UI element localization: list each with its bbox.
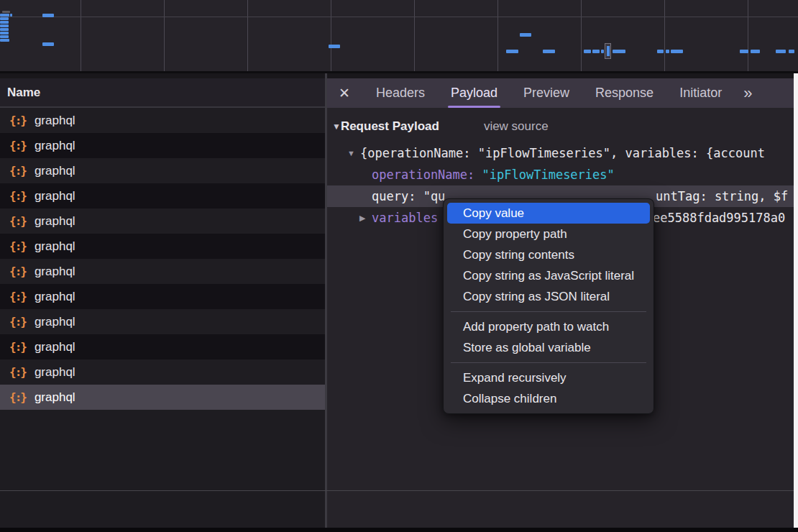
menu-item-copy-property-path[interactable]: Copy property path [447,224,650,244]
request-row[interactable]: {:}graphql [0,309,325,334]
request-row[interactable]: {:}graphql [0,108,325,133]
payload-root-row[interactable]: ▼ {operationName: "ipFlowTimeseries", va… [327,142,794,164]
request-row[interactable]: {:}graphql [0,158,325,183]
json-icon: {:} [9,164,26,178]
request-name-label: graphql [35,290,75,304]
request-row[interactable]: {:}graphql [0,259,325,284]
menu-separator [451,311,646,312]
overview-gridline [664,0,665,71]
property-key: operationName: [372,168,474,182]
request-row[interactable]: {:}graphql [0,133,325,158]
overview-request-bar [543,50,555,53]
menu-item-expand-recursively[interactable]: Expand recursively [447,367,650,388]
json-icon: {:} [9,340,26,354]
request-row[interactable]: {:}graphql [0,234,325,259]
overview-request-bar [666,50,669,53]
payload-root-preview: {operationName: "ipFlowTimeseries", vari… [327,146,765,160]
variables-right-fragment: ee5588fdad995178a0 [653,211,785,225]
overview-request-bar [0,14,9,17]
overview-request-bar [740,50,748,53]
menu-item-store-as-global-variable[interactable]: Store as global variable [447,337,650,358]
payload-row-operationName[interactable]: operationName: "ipFlowTimeseries" [327,164,794,185]
overview-request-bar [0,24,9,27]
overview-request-bar [0,32,9,35]
overview-gridline [331,0,331,71]
json-icon: {:} [9,239,26,253]
overview-gridline [748,0,748,71]
request-row[interactable]: {:}graphql [0,385,325,410]
overview-request-bar [10,14,12,17]
request-name-label: graphql [35,114,75,128]
tab-initiator[interactable]: Initiator [679,78,722,108]
overview-request-bar [0,28,9,31]
overview-gridline [0,17,798,17]
query-right-fragment: untTag: string, $f [656,189,788,203]
overview-request-bar [751,50,760,53]
overview-selected-marker-fill [607,46,610,56]
query-left-fragment: query: "qu [372,189,445,203]
devtools-network-panel: Name {:}graphql{:}graphql{:}graphql{:}gr… [0,0,798,532]
overview-request-bar [0,39,9,42]
menu-item-copy-string-as-json-literal[interactable]: Copy string as JSON literal [447,286,650,307]
request-row[interactable]: {:}graphql [0,284,325,309]
json-icon: {:} [9,214,26,228]
menu-item-copy-string-contents[interactable]: Copy string contents [447,244,650,265]
request-name-label: graphql [35,189,75,203]
disclosure-triangle-icon[interactable]: ▼ [332,121,341,132]
request-payload-section-header[interactable]: ▼Request Payload view source [327,116,794,137]
request-name-label: graphql [35,214,75,229]
request-name-label: graphql [35,390,75,405]
overview-gridline [81,0,81,71]
request-row[interactable]: {:}graphql [0,208,325,234]
overview-request-bar [789,50,794,53]
property-key: variables [327,211,438,225]
name-column-header[interactable]: Name [0,73,325,108]
overview-selected-marker [605,43,611,59]
request-name-label: graphql [35,164,75,178]
json-icon: {:} [9,365,26,379]
overview-request-bar [0,17,9,20]
request-payload-title: Request Payload [341,119,439,134]
more-tabs-icon[interactable]: » [743,78,751,108]
json-icon: {:} [9,390,26,404]
request-name-label: graphql [35,239,75,254]
tab-payload[interactable]: Payload [451,78,497,108]
request-row[interactable]: {:}graphql [0,359,325,385]
overview-gridline [497,0,498,71]
close-icon[interactable]: ✕ [339,78,350,108]
json-icon: {:} [9,265,26,278]
menu-item-copy-value[interactable]: Copy value [447,203,650,224]
menu-item-add-property-path-to-watch[interactable]: Add property path to watch [447,316,650,337]
overview-gridline [414,0,415,71]
request-row[interactable]: {:}graphql [0,334,325,359]
overview-request-bar [506,50,518,53]
view-source-link[interactable]: view source [484,119,549,134]
request-name-label: graphql [35,265,75,279]
tabs-host: HeadersPayloadPreviewResponseInitiator [376,78,722,108]
tab-headers[interactable]: Headers [376,78,425,108]
network-overview-timeline[interactable] [0,0,798,73]
overview-request-bar [613,50,625,53]
overview-request-bar [329,45,340,48]
tab-preview[interactable]: Preview [523,78,569,108]
menu-item-copy-string-as-javascript-literal[interactable]: Copy string as JavaScript literal [447,265,650,286]
overview-request-bar [520,33,531,37]
json-icon: {:} [9,290,26,303]
collapsed-triangle-icon[interactable]: ▶ [359,214,365,223]
overview-request-bar [671,50,683,53]
menu-item-collapse-children[interactable]: Collapse children [447,388,650,409]
overview-request-bar [0,35,9,38]
request-name-label: graphql [35,315,75,329]
overview-gridline [164,0,165,71]
overview-gridline [581,0,582,71]
footer-area [0,491,798,528]
overview-request-bar [657,50,664,53]
bottom-edge-strip [0,528,798,532]
details-tab-bar: ✕ HeadersPayloadPreviewResponseInitiator… [327,73,794,108]
expanded-triangle-icon[interactable]: ▼ [347,149,355,157]
json-icon: {:} [9,315,26,329]
tab-response[interactable]: Response [595,78,653,108]
overview-request-bar [0,21,9,24]
overview-gray-bar [2,11,10,13]
request-row[interactable]: {:}graphql [0,183,325,208]
